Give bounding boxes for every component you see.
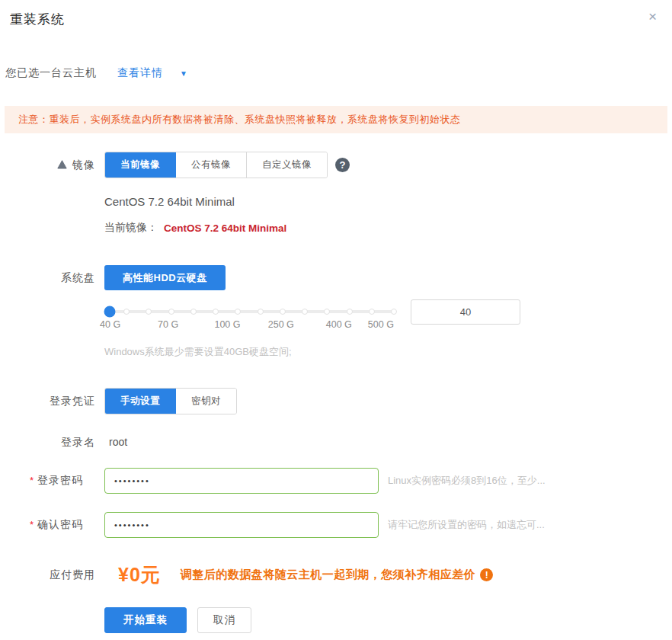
confirm-password-field[interactable] (104, 512, 379, 538)
page-title: 重装系统 (10, 11, 661, 28)
dialog-header: 重装系统 × (0, 0, 672, 28)
system-disk-row: 系统盘 高性能HDD云硬盘 (0, 265, 672, 290)
password-field[interactable] (104, 468, 379, 494)
slider-mark: 400 G (326, 319, 352, 330)
tab-current-image[interactable]: 当前镜像 (105, 152, 176, 178)
tab-public-image[interactable]: 公有镜像 (176, 152, 247, 178)
password-row: *登录密码 Linux实例密码必须8到16位，至少... (0, 468, 672, 494)
current-image-label: 当前镜像： (104, 221, 158, 235)
tab-custom-image[interactable]: 自定义镜像 (247, 152, 327, 178)
selected-host-text: 您已选一台云主机 (5, 66, 97, 80)
slider-dot[interactable] (347, 309, 353, 315)
slider-dot[interactable] (123, 309, 130, 315)
confirm-password-label: 确认密码 (37, 518, 83, 530)
password-label: 登录密码 (37, 474, 83, 486)
slider-handle[interactable] (104, 306, 116, 318)
credential-label: 登录凭证 (0, 388, 95, 408)
tab-manual-setting[interactable]: 手动设置 (105, 389, 176, 414)
disk-type-button[interactable]: 高性能HDD云硬盘 (104, 265, 226, 290)
cancel-button[interactable]: 取消 (197, 607, 251, 633)
disk-size-input[interactable] (411, 299, 520, 325)
current-image-value: CentOS 7.2 64bit Minimal (164, 222, 286, 234)
fee-amount: ¥0元 (118, 562, 161, 587)
fee-label: 应付费用 (0, 568, 95, 582)
credential-tab-group: 手动设置 密钥对 (104, 388, 237, 414)
fee-row: 应付费用 ¥0元 调整后的数据盘将随云主机一起到期，您须补齐相应差价 ! (0, 562, 672, 587)
slider-dot[interactable] (235, 309, 241, 315)
slider-mark: 500 G (368, 319, 394, 330)
image-label: 镜像 (0, 152, 95, 172)
exclamation-icon[interactable]: ! (480, 568, 493, 581)
slider-dot[interactable] (280, 309, 286, 315)
slider-mark: 250 G (268, 319, 294, 330)
disk-size-slider: 40 G 70 G 100 G 250 G 400 G 500 G (104, 304, 394, 333)
slider-dot[interactable] (391, 309, 397, 315)
chevron-down-icon[interactable]: ▼ (180, 69, 187, 78)
image-warning-icon (57, 159, 67, 171)
warning-text: 注意：重装后，实例系统盘内所有数据将被清除、系统盘快照将被释放，系统盘将恢复到初… (18, 113, 461, 126)
login-name-row: 登录名 root (0, 436, 672, 450)
slider-dot[interactable] (258, 309, 264, 315)
disk-slider-track[interactable] (104, 310, 394, 313)
image-tab-group: 当前镜像 公有镜像 自定义镜像 (104, 152, 328, 178)
image-row: 镜像 当前镜像 公有镜像 自定义镜像 ? (0, 152, 672, 178)
slider-marks: 40 G 70 G 100 G 250 G 400 G 500 G (104, 319, 394, 333)
required-mark: * (30, 519, 34, 530)
confirm-password-row: *确认密码 请牢记您所设置的密码，如遗忘可... (0, 512, 672, 538)
warning-banner: 注意：重装后，实例系统盘内所有数据将被清除、系统盘快照将被释放，系统盘将恢复到初… (5, 106, 667, 133)
disk-size-row: 40 G 70 G 100 G 250 G 400 G 500 G (0, 304, 672, 333)
slider-dot[interactable] (168, 309, 174, 315)
image-label-text: 镜像 (72, 158, 95, 172)
credential-row: 登录凭证 手动设置 密钥对 (0, 388, 672, 414)
login-name-value: root (109, 436, 127, 448)
action-buttons-row: 开始重装 取消 (0, 607, 672, 633)
slider-mark: 100 G (214, 319, 240, 330)
slider-dot[interactable] (146, 309, 152, 315)
disk-hint-row: Windows系统最少需要设置40GB硬盘空间; (0, 345, 672, 359)
disk-hint-text: Windows系统最少需要设置40GB硬盘空间; (104, 345, 292, 359)
required-mark: * (30, 475, 34, 486)
slider-dot[interactable] (324, 309, 330, 315)
image-name-text: CentOS 7.2 64bit Minimal (104, 195, 235, 208)
selected-host-row: 您已选一台云主机 查看详情 ▼ (5, 66, 672, 80)
confirm-password-hint: 请牢记您所设置的密码，如遗忘可... (388, 518, 545, 532)
close-icon[interactable]: × (648, 9, 657, 24)
tab-key-pair[interactable]: 密钥对 (176, 389, 236, 414)
password-hint: Linux实例密码必须8到16位，至少... (388, 474, 546, 488)
image-name-row: CentOS 7.2 64bit Minimal (0, 195, 672, 208)
slider-dot[interactable] (302, 309, 308, 315)
current-image-row: 当前镜像： CentOS 7.2 64bit Minimal (0, 221, 672, 235)
start-reinstall-button[interactable]: 开始重装 (104, 607, 187, 633)
slider-dot[interactable] (213, 309, 219, 315)
slider-dot[interactable] (190, 309, 197, 315)
system-disk-label: 系统盘 (0, 265, 95, 285)
slider-dot[interactable] (369, 309, 375, 315)
slider-mark: 70 G (158, 319, 178, 330)
login-name-label: 登录名 (0, 436, 95, 450)
help-icon[interactable]: ? (335, 158, 350, 172)
view-details-link[interactable]: 查看详情 (117, 66, 163, 80)
fee-notice-text: 调整后的数据盘将随云主机一起到期，您须补齐相应差价 (181, 568, 476, 582)
slider-mark: 40 G (100, 319, 120, 330)
